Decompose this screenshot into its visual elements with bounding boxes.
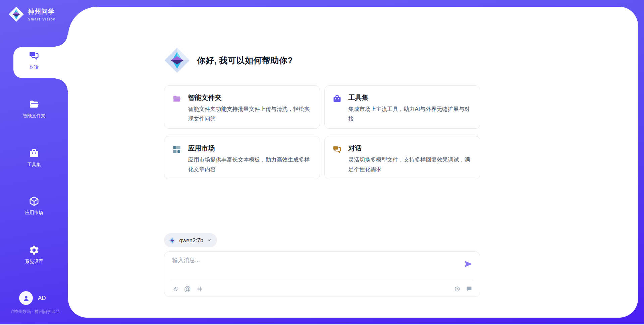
composer-tools-left: @: [172, 285, 203, 292]
model-selector[interactable]: qwen2:7b: [164, 233, 217, 247]
sidebar-item-label: 智能文件夹: [23, 113, 46, 119]
person-icon: [22, 294, 30, 302]
model-logo-icon: [168, 237, 176, 244]
sidebar-item-toolbox[interactable]: 工具集: [0, 148, 68, 168]
user-account[interactable]: AD: [19, 291, 46, 305]
user-name: AD: [38, 295, 46, 302]
folder-icon: [172, 94, 181, 104]
sidebar-item-app-market[interactable]: 应用市场: [0, 196, 68, 216]
card-chat[interactable]: 对话 灵活切换多模型文件，支持多样回复效果调试，满足个性化需求: [324, 136, 480, 179]
chevron-down-icon: [207, 238, 212, 243]
sidebar-item-label: 对话: [30, 64, 39, 70]
chat-bubbles-icon: [332, 145, 342, 154]
feature-cards: 智能文件夹 智能文件夹功能支持批量文件上传与清洗，轻松实现文件问答 工具集 集成…: [164, 85, 480, 179]
tab-fillet-top: [55, 34, 68, 47]
greeting-text: 你好, 我可以如何帮助你?: [197, 55, 293, 66]
main-content: 你好, 我可以如何帮助你? 智能文件夹 智能文件夹功能支持批量文件上传与清洗，轻…: [164, 0, 480, 325]
model-name: qwen2:7b: [179, 237, 204, 244]
gear-icon: [29, 245, 40, 256]
brand-name: 神州问学: [28, 7, 56, 16]
sidebar-item-label: 系统设置: [25, 259, 43, 265]
grid-icon: [172, 145, 181, 154]
mention-icon[interactable]: @: [184, 285, 191, 292]
card-title: 智能文件夹: [188, 93, 222, 102]
hash-icon[interactable]: [196, 285, 203, 292]
chat-bubbles-icon: [29, 50, 40, 61]
paperclip-icon[interactable]: [172, 285, 179, 292]
sidebar-item-settings[interactable]: 系统设置: [0, 245, 68, 265]
tab-fillet-bottom: [55, 78, 68, 91]
cube-icon: [29, 196, 40, 207]
card-title: 工具集: [348, 93, 369, 102]
sidebar-item-label: 应用市场: [25, 210, 43, 216]
toolbox-icon: [29, 148, 40, 159]
card-description: 智能文件夹功能支持批量文件上传与清洗，轻松实现文件问答: [188, 104, 312, 124]
composer-tools-right: [454, 285, 473, 292]
card-description: 应用市场提供丰富长文本模板，助力高效生成多样化文章内容: [188, 155, 312, 174]
screen-bottom-edge: [0, 324, 644, 325]
greeting-block: 你好, 我可以如何帮助你?: [164, 47, 293, 73]
message-input[interactable]: [172, 256, 450, 276]
card-description: 灵活切换多模型文件，支持多样回复效果调试，满足个性化需求: [348, 155, 472, 174]
toolbox-icon: [332, 94, 342, 104]
copyright-footer: ©神州数码 · 神州问学出品: [0, 309, 70, 315]
brand-subtitle: Smart Vision: [28, 17, 56, 21]
send-icon[interactable]: [463, 259, 473, 269]
card-title: 对话: [348, 144, 362, 153]
brand: 神州问学 Smart Vision: [8, 6, 56, 22]
sidebar-item-smart-folder[interactable]: 智能文件夹: [0, 99, 68, 119]
card-app-market[interactable]: 应用市场 应用市场提供丰富长文本模板，助力高效生成多样化文章内容: [164, 136, 320, 179]
history-icon[interactable]: [454, 285, 461, 292]
card-title: 应用市场: [188, 144, 215, 153]
message-composer: @: [164, 251, 480, 297]
avatar: [19, 291, 33, 305]
sidebar-item-chat[interactable]: 对话: [0, 50, 68, 70]
folder-icon: [29, 99, 40, 110]
assistant-logo-icon: [164, 47, 190, 73]
card-description: 集成市场上主流工具，助力AI与外界无缝扩展与对接: [348, 104, 472, 124]
app-window: 神州问学 Smart Vision 对话 智能文件夹 工具集: [0, 0, 644, 325]
brand-logo-icon: [8, 6, 24, 22]
chat-bubble-icon[interactable]: [466, 285, 473, 292]
card-toolbox[interactable]: 工具集 集成市场上主流工具，助力AI与外界无缝扩展与对接: [324, 85, 480, 129]
sidebar-item-label: 工具集: [27, 162, 41, 168]
composer-divider: [171, 280, 473, 280]
card-smart-folder[interactable]: 智能文件夹 智能文件夹功能支持批量文件上传与清洗，轻松实现文件问答: [164, 85, 320, 129]
